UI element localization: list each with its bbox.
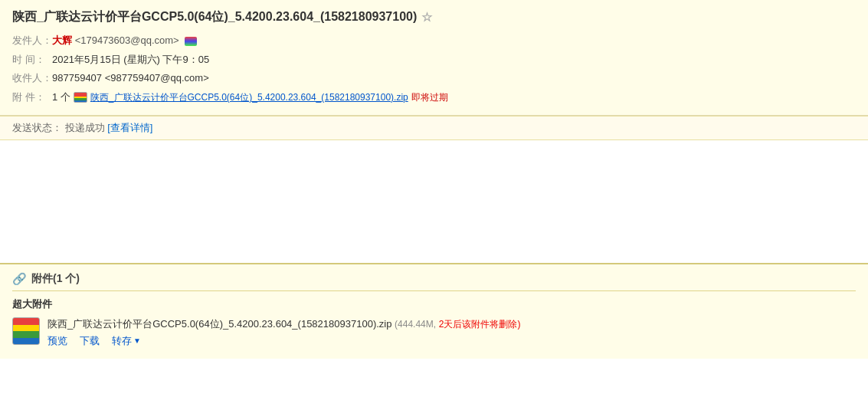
save-link[interactable]: 转存 — [112, 334, 132, 348]
email-container: 陕西_广联达云计价平台GCCP5.0(64位)_5.4200.23.604_(1… — [0, 0, 868, 420]
attachment-inline-name[interactable]: 陕西_广联达云计价平台GCCP5.0(64位)_5.4200.23.604_(1… — [90, 89, 408, 107]
super-attachment-label: 超大附件 — [12, 297, 856, 311]
sender-email: <179473603@qq.com> — [75, 34, 179, 46]
zip-icon-small — [74, 92, 87, 103]
receiver-value: 987759407 <987759407@qq.com> — [52, 69, 209, 88]
attachment-section: 🔗 附件(1 个) 超大附件 陕西_广联达云计价平台GCCP5.0(64位)_5… — [0, 263, 868, 359]
contact-card-icon[interactable] — [185, 37, 197, 46]
attachment-section-title: 🔗 附件(1 个) — [12, 272, 856, 291]
attachment-size: (444.44M, — [395, 319, 436, 330]
receiver-row: 收件人： 987759407 <987759407@qq.com> — [12, 69, 856, 88]
attachment-actions: 预览 下载 转存 ▼ — [47, 334, 520, 348]
email-meta: 发件人： 大辉 <179473603@qq.com> 时 间： 2021年5月1… — [12, 31, 856, 107]
status-value: 投递成功 — [65, 122, 105, 133]
time-value: 2021年5月15日 (星期六) 下午9：05 — [52, 51, 209, 70]
email-subject: 陕西_广联达云计价平台GCCP5.0(64位)_5.4200.23.604_(1… — [12, 9, 856, 25]
zip-icon-large — [12, 317, 40, 345]
attachment-section-title-text: 附件(1 个) — [31, 272, 80, 286]
attachment-item: 陕西_广联达云计价平台GCCP5.0(64位)_5.4200.23.604_(1… — [12, 317, 856, 348]
sender-name: 大辉 — [52, 34, 72, 46]
download-link[interactable]: 下载 — [80, 334, 100, 348]
status-bar: 发送状态： 投递成功 [查看详情] — [0, 116, 868, 140]
email-header: 陕西_广联达云计价平台GCCP5.0(64位)_5.4200.23.604_(1… — [0, 0, 868, 116]
expire-warning: 即将过期 — [411, 89, 448, 107]
save-arrow-icon[interactable]: ▼ — [133, 336, 141, 345]
attachment-inline-value: 1 个 陕西_广联达云计价平台GCCP5.0(64位)_5.4200.23.60… — [52, 88, 448, 107]
subject-text: 陕西_广联达云计价平台GCCP5.0(64位)_5.4200.23.604_(1… — [12, 9, 417, 25]
time-label: 时 间： — [12, 51, 52, 70]
preview-link[interactable]: 预览 — [47, 334, 67, 348]
attachment-delete-warning: 2天后该附件将删除) — [439, 319, 521, 330]
attachment-filename-row: 陕西_广联达云计价平台GCCP5.0(64位)_5.4200.23.604_(1… — [47, 317, 520, 331]
sender-label: 发件人： — [12, 31, 52, 51]
receiver-label: 收件人： — [12, 69, 52, 88]
sender-value: 大辉 <179473603@qq.com> — [52, 31, 197, 51]
time-row: 时 间： 2021年5月15日 (星期六) 下午9：05 — [12, 51, 856, 70]
attachment-count: 1 个 — [52, 88, 70, 107]
status-label: 发送状态： — [12, 122, 62, 133]
sender-row: 发件人： 大辉 <179473603@qq.com> — [12, 31, 856, 51]
email-body — [0, 140, 868, 263]
paperclip-icon: 🔗 — [12, 272, 27, 286]
attachment-filename: 陕西_广联达云计价平台GCCP5.0(64位)_5.4200.23.604_(1… — [47, 318, 391, 330]
status-detail-link[interactable]: [查看详情] — [107, 122, 152, 133]
attachment-label: 附 件： — [12, 88, 52, 107]
star-icon[interactable]: ☆ — [421, 10, 432, 25]
attachment-info: 陕西_广联达云计价平台GCCP5.0(64位)_5.4200.23.604_(1… — [47, 317, 520, 348]
save-action[interactable]: 转存 ▼ — [112, 334, 141, 348]
attachment-meta-row: 附 件： 1 个 陕西_广联达云计价平台GCCP5.0(64位)_5.4200.… — [12, 88, 856, 107]
